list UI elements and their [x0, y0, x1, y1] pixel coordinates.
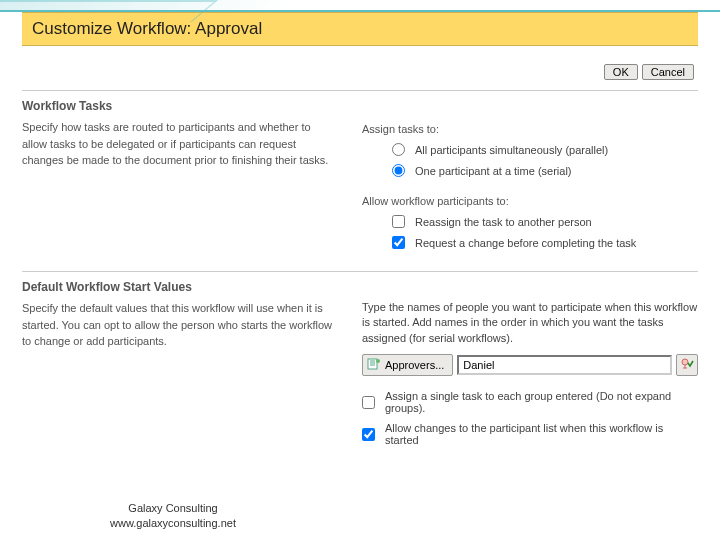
approvers-button[interactable]: Approvers...	[362, 354, 453, 376]
slide-footer: Galaxy Consulting www.galaxyconsulting.n…	[110, 501, 236, 530]
default-values-controls: Type the names of people you want to par…	[362, 300, 698, 450]
option-serial[interactable]: One participant at a time (serial)	[362, 160, 698, 181]
svg-point-2	[682, 359, 688, 365]
checkbox-reassign[interactable]	[392, 215, 405, 228]
workflow-tasks-description: Specify how tasks are routed to particip…	[22, 119, 342, 253]
check-names-button[interactable]	[676, 354, 698, 376]
checkbox-single-task[interactable]	[362, 396, 375, 409]
svg-point-1	[376, 359, 380, 363]
approvers-picker-row: Approvers...	[362, 354, 698, 376]
option-allow-changes[interactable]: Allow changes to the participant list wh…	[362, 418, 698, 450]
approvers-button-label: Approvers...	[385, 359, 444, 371]
workflow-dialog: Customize Workflow: Approval OK Cancel W…	[22, 12, 698, 450]
assign-tasks-label: Assign tasks to:	[362, 123, 698, 135]
participants-instruction: Type the names of people you want to par…	[362, 300, 698, 346]
radio-serial[interactable]	[392, 164, 405, 177]
ok-button[interactable]: OK	[604, 64, 638, 80]
radio-parallel-label: All participants simultaneously (paralle…	[415, 144, 608, 156]
decorative-header-stripe	[0, 0, 720, 12]
checkbox-request-change[interactable]	[392, 236, 405, 249]
checkbox-allow-changes-label: Allow changes to the participant list wh…	[385, 422, 698, 446]
checkbox-reassign-label: Reassign the task to another person	[415, 216, 592, 228]
check-names-icon	[680, 357, 694, 374]
allow-participants-label: Allow workflow participants to:	[362, 195, 698, 207]
checkbox-allow-changes[interactable]	[362, 428, 375, 441]
option-single-task[interactable]: Assign a single task to each group enter…	[362, 386, 698, 418]
footer-line2: www.galaxyconsulting.net	[110, 516, 236, 530]
addressbook-icon	[367, 357, 381, 373]
radio-parallel[interactable]	[392, 143, 405, 156]
section-default-values: Specify the default values that this wor…	[22, 300, 698, 450]
radio-serial-label: One participant at a time (serial)	[415, 165, 572, 177]
section-workflow-tasks: Specify how tasks are routed to particip…	[22, 119, 698, 253]
section-default-values-heading: Default Workflow Start Values	[22, 271, 698, 294]
workflow-tasks-controls: Assign tasks to: All participants simult…	[362, 119, 698, 253]
cancel-button[interactable]: Cancel	[642, 64, 694, 80]
checkbox-single-task-label: Assign a single task to each group enter…	[385, 390, 698, 414]
section-workflow-tasks-heading: Workflow Tasks	[22, 90, 698, 113]
dialog-top-buttons: OK Cancel	[22, 46, 698, 90]
default-values-description: Specify the default values that this wor…	[22, 300, 342, 450]
option-reassign[interactable]: Reassign the task to another person	[362, 211, 698, 232]
footer-line1: Galaxy Consulting	[110, 501, 236, 515]
option-request-change[interactable]: Request a change before completing the t…	[362, 232, 698, 253]
approvers-input[interactable]	[457, 355, 672, 375]
checkbox-request-change-label: Request a change before completing the t…	[415, 237, 636, 249]
option-parallel[interactable]: All participants simultaneously (paralle…	[362, 139, 698, 160]
